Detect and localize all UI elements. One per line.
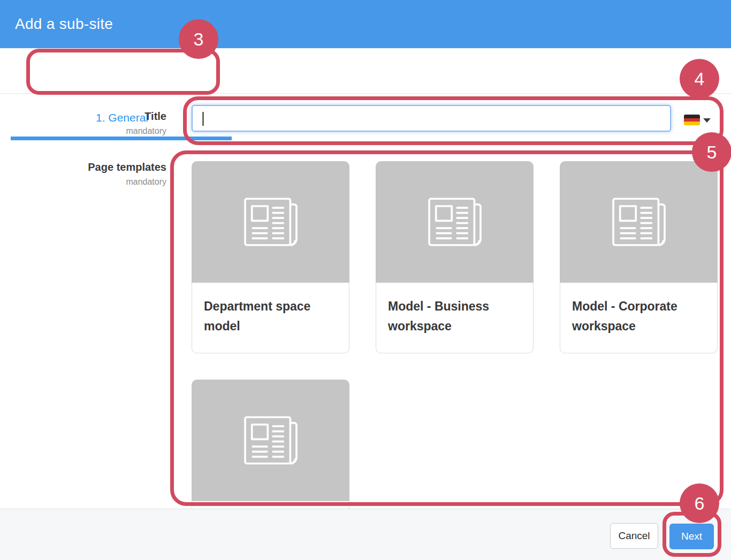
title-label-text: Title	[54, 110, 166, 123]
dialog-header: Add a sub-site	[0, 0, 731, 48]
text-cursor	[202, 112, 204, 126]
title-input[interactable]	[192, 105, 671, 132]
cancel-button[interactable]: Cancel	[610, 523, 658, 549]
templates-label-text: Page templates	[54, 161, 166, 173]
template-caption: Model - Corporate workspace	[560, 283, 718, 353]
template-thumbnail	[192, 380, 349, 501]
newspaper-icon	[424, 196, 485, 248]
title-mandatory-text: mandatory	[54, 126, 166, 136]
template-card-department-space-model[interactable]: Department space model	[192, 161, 349, 353]
active-tab-indicator	[11, 137, 232, 140]
template-card-model-business-workspace[interactable]: Model - Business workspace	[376, 161, 534, 353]
dialog-title: Add a sub-site	[15, 0, 113, 48]
template-thumbnail	[560, 161, 718, 283]
next-button[interactable]: Next	[669, 524, 714, 549]
add-subsite-dialog: Add a sub-site 1. General 2. Visibility …	[0, 0, 731, 560]
template-card-partial[interactable]	[192, 380, 349, 509]
language-selector[interactable]	[680, 111, 715, 128]
templates-mandatory-text: mandatory	[54, 177, 166, 187]
template-title: Department space model	[192, 283, 349, 336]
german-flag-icon	[684, 115, 700, 125]
template-title: Model - Business workspace	[376, 283, 533, 336]
template-caption	[192, 501, 349, 509]
chevron-down-icon	[703, 118, 711, 123]
template-caption: Model - Business workspace	[376, 283, 534, 353]
template-thumbnail	[376, 161, 534, 283]
template-caption: Department space model	[192, 283, 349, 353]
templates-field-label: Page templates mandatory	[54, 161, 166, 187]
template-thumbnail	[192, 161, 349, 283]
newspaper-icon	[240, 414, 301, 466]
template-title: Model - Corporate workspace	[560, 283, 717, 336]
newspaper-icon	[608, 196, 669, 248]
newspaper-icon	[240, 196, 301, 248]
wizard-tabs: 1. General 2. Visibility 3. Administrato…	[0, 48, 731, 94]
template-card-model-corporate-workspace[interactable]: Model - Corporate workspace	[560, 161, 718, 353]
dialog-footer: Cancel Next	[0, 509, 731, 560]
title-field-label: Title mandatory	[54, 110, 166, 136]
